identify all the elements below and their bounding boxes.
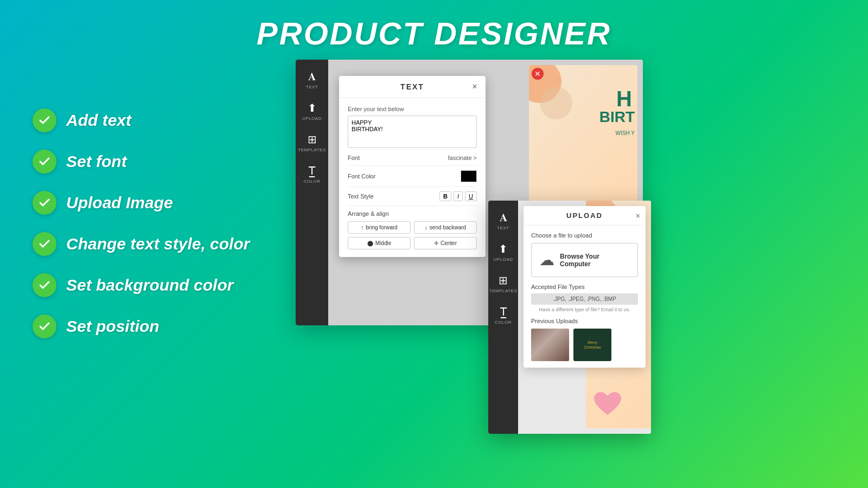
- accepted-types-label: Accepted File Types: [531, 284, 638, 290]
- upload-sidebar-item-text[interactable]: 𝐀 TEXT: [488, 206, 518, 236]
- upload-window: 𝐀 TEXT ⬆ UPLOAD ⊞ TEMPLATES T̲ COLOR B: [488, 201, 651, 434]
- upload-text-icon: 𝐀: [500, 211, 507, 224]
- upload-templates-icon: ⊞: [499, 274, 508, 287]
- arrange-label: Arrange & align: [348, 210, 477, 217]
- sidebar-item-text[interactable]: 𝐀 TEXT: [296, 65, 328, 95]
- check-icon-set-position: [33, 314, 56, 338]
- page-title: PRODUCT DESIGNER: [0, 0, 868, 52]
- italic-button[interactable]: I: [454, 191, 463, 201]
- upload-modal-close[interactable]: ×: [636, 211, 640, 220]
- middle-icon: ⬤: [367, 240, 373, 246]
- upload-sidebar-label-text: TEXT: [497, 226, 509, 230]
- upload-sidebar-item-upload[interactable]: ⬆ UPLOAD: [488, 237, 518, 267]
- bold-button[interactable]: B: [439, 191, 451, 201]
- middle-button[interactable]: ⬤ Middle: [348, 237, 411, 249]
- feature-item-bg-color: Set background color: [33, 273, 250, 297]
- card-h-text: H: [616, 87, 632, 111]
- feature-item-set-position: Set position: [33, 314, 250, 338]
- center-label: Center: [441, 240, 457, 246]
- feature-label-change-style: Change text style, color: [66, 235, 250, 253]
- sidebar-item-upload[interactable]: ⬆ UPLOAD: [296, 96, 328, 126]
- upload-sidebar-label-color: COLOR: [495, 320, 512, 325]
- templates-icon: ⊞: [308, 133, 317, 146]
- sidebar-label-text: TEXT: [306, 85, 318, 89]
- upload-upload-icon: ⬆: [499, 242, 508, 255]
- sidebar-item-templates[interactable]: ⊞ TEMPLATES: [296, 127, 328, 158]
- enter-text-label: Enter your text below: [348, 106, 477, 112]
- bring-forward-button[interactable]: ↑ bring forward: [348, 221, 411, 234]
- sidebar-label-color: COLOR: [304, 179, 321, 184]
- prev-upload-1[interactable]: [531, 329, 569, 361]
- upload-color-icon: T̲: [500, 305, 507, 318]
- feature-label-bg-color: Set background color: [66, 276, 233, 294]
- sidebar-item-color[interactable]: T̲ COLOR: [296, 159, 328, 189]
- check-icon-add-text: [33, 108, 56, 132]
- feature-label-set-position: Set position: [66, 317, 159, 336]
- check-icon-upload-image: [33, 191, 56, 215]
- middle-label: Middle: [375, 240, 391, 246]
- text-modal-close[interactable]: ×: [469, 81, 480, 92]
- email-note: Have a different type of file? Email it …: [531, 307, 638, 312]
- feature-item-set-font: Set font: [33, 150, 250, 174]
- upload-sidebar-item-templates[interactable]: ⊞ TEMPLATES: [488, 268, 518, 299]
- blob-shape-2: [540, 87, 572, 119]
- prev-uploads-label: Previous Uploads: [531, 318, 638, 324]
- upload-sidebar-label-upload: UPLOAD: [494, 257, 513, 262]
- font-row: Font fascinate >: [348, 150, 477, 166]
- feature-item-change-style: Change text style, color: [33, 232, 250, 256]
- text-modal: TEXT × Enter your text below HAPPY BIRTH…: [339, 76, 486, 257]
- arrange-section: Arrange & align ↑ bring forward ↓ send b…: [348, 206, 477, 249]
- upload-sidebar-label-templates: TEMPLATES: [489, 288, 517, 293]
- font-color-label: Font Color: [348, 173, 375, 179]
- choose-file-label: Choose a file to upload: [531, 232, 638, 239]
- sidebar: 𝐀 TEXT ⬆ UPLOAD ⊞ TEMPLATES T̲ COLOR: [296, 60, 328, 325]
- text-modal-header: TEXT ×: [339, 76, 486, 98]
- delete-button[interactable]: ✕: [532, 68, 544, 80]
- text-style-row: Text Style B I U: [348, 187, 477, 206]
- text-modal-body: Enter your text below HAPPY BIRTHDAY! Fo…: [339, 98, 486, 257]
- text-style-buttons: B I U: [439, 191, 477, 201]
- font-value[interactable]: fascinate >: [448, 155, 477, 161]
- check-icon-bg-color: [33, 273, 56, 297]
- send-backward-label: send backward: [430, 224, 466, 230]
- card-preview: ✕ H BIRT WISH Y: [529, 65, 637, 201]
- feature-list: Add text Set font Upload Image Change te…: [33, 108, 250, 338]
- bring-forward-label: bring forward: [366, 224, 397, 230]
- feature-label-upload-image: Upload Image: [66, 194, 173, 212]
- prev-uploads-grid: MerryChristmas: [531, 329, 638, 361]
- bring-forward-icon: ↑: [361, 224, 363, 230]
- feature-label-set-font: Set font: [66, 152, 127, 171]
- font-color-row: Font Color: [348, 166, 477, 187]
- xmas-text: MerryChristmas: [584, 340, 601, 350]
- send-backward-button[interactable]: ↓ send backward: [414, 221, 477, 234]
- text-input[interactable]: HAPPY BIRTHDAY!: [348, 115, 477, 148]
- upload-canvas: B UPLOAD × Choose a file to upload ☁ Bro…: [518, 201, 651, 434]
- feature-item-upload-image: Upload Image: [33, 191, 250, 215]
- center-button[interactable]: ✛ Center: [414, 237, 477, 249]
- accepted-types-value: .JPG, .JPEG, .PNG, .BMP: [531, 293, 638, 305]
- upload-modal-title: UPLOAD: [566, 211, 603, 220]
- sidebar-label-templates: TEMPLATES: [298, 147, 326, 152]
- upload-modal-header: UPLOAD ×: [524, 206, 646, 226]
- text-icon: 𝐀: [308, 70, 316, 83]
- browse-text: Browse Your Computer: [560, 253, 630, 268]
- cloud-upload-icon: ☁: [539, 251, 554, 269]
- card-preview-content: ✕ H BIRT WISH Y: [529, 65, 637, 201]
- upload-sidebar-item-color[interactable]: T̲ COLOR: [488, 300, 518, 330]
- text-style-label: Text Style: [348, 193, 374, 200]
- browse-computer-button[interactable]: ☁ Browse Your Computer: [531, 243, 638, 277]
- underline-button[interactable]: U: [465, 191, 477, 201]
- upload-modal: UPLOAD × Choose a file to upload ☁ Brows…: [524, 206, 646, 368]
- check-icon-set-font: [33, 150, 56, 174]
- font-color-swatch[interactable]: [461, 170, 477, 182]
- font-label: Font: [348, 155, 360, 161]
- card2-heart: [591, 390, 624, 418]
- prev-upload-2[interactable]: MerryChristmas: [573, 329, 611, 361]
- arrange-grid: ↑ bring forward ↓ send backward ⬤ Middle: [348, 221, 477, 249]
- upload-sidebar: 𝐀 TEXT ⬆ UPLOAD ⊞ TEMPLATES T̲ COLOR: [488, 201, 518, 434]
- card-birt-text: BIRT: [599, 108, 635, 126]
- send-backward-icon: ↓: [425, 224, 427, 230]
- sidebar-label-upload: UPLOAD: [302, 116, 322, 121]
- check-icon-change-style: [33, 232, 56, 256]
- color-icon: T̲: [309, 164, 315, 177]
